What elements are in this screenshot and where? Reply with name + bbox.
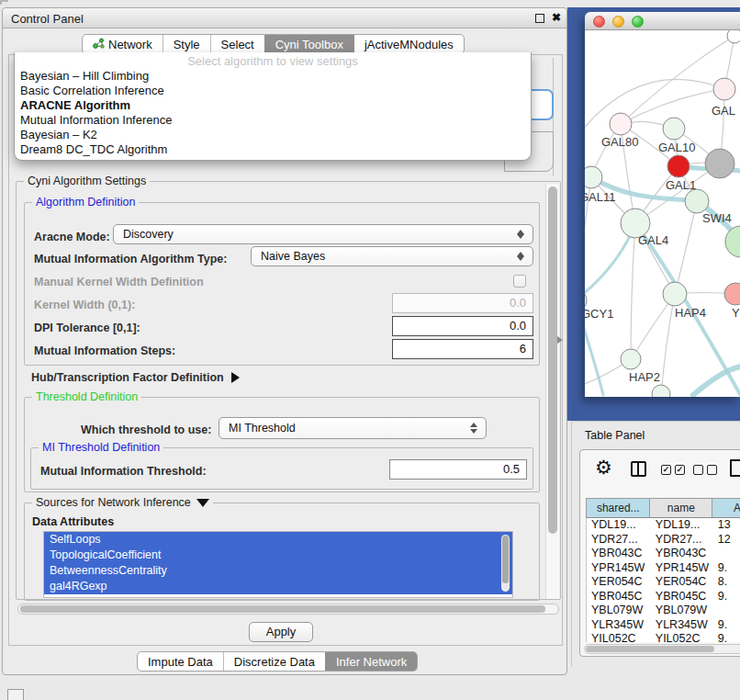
collapse-down-icon[interactable]: [196, 499, 209, 507]
mi-threshold-field[interactable]: 0.5: [389, 459, 527, 480]
stepper-down-icon[interactable]: [517, 234, 524, 239]
algorithm-option-bayesian-k2[interactable]: Bayesian – K2: [18, 128, 527, 142]
tab-infer-network[interactable]: Infer Network: [325, 652, 417, 671]
settings-hscrollbar-thumb[interactable]: [20, 605, 545, 613]
table-cell: [713, 604, 740, 618]
manual-kernel-label: Manual Kernel Width Definition: [34, 276, 204, 288]
checked-checkbox-icon[interactable]: ✓: [661, 465, 671, 475]
control-panel-tabs: NetworkStyleSelectCyni ToolboxjActiveMNo…: [82, 34, 465, 54]
window-corner-mark: [0, 0, 8, 5]
tab-network[interactable]: Network: [83, 35, 163, 53]
network-node-y[interactable]: [724, 283, 740, 305]
table-row[interactable]: YBL079WYBL079W: [587, 604, 740, 618]
stepper-icon[interactable]: [469, 418, 478, 438]
network-node-gal10[interactable]: [663, 118, 685, 140]
table-cell: YLR345W: [651, 618, 713, 633]
table-row[interactable]: YBR043CYBR043C: [587, 547, 740, 561]
column-header-name[interactable]: name: [650, 499, 712, 517]
which-threshold-combobox[interactable]: MI Threshold: [219, 417, 487, 439]
close-traffic-light[interactable]: [593, 16, 605, 28]
stepper-icon[interactable]: [516, 225, 525, 243]
network-node-gal1[interactable]: [667, 155, 690, 177]
attribute-item-topologicalcoefficient[interactable]: TopologicalCoefficient: [44, 548, 512, 563]
zoom-traffic-light[interactable]: [632, 16, 644, 28]
tab-label: Network: [108, 38, 152, 51]
list-scrollbar-thumb[interactable]: [502, 536, 509, 583]
table-cell: YER054C: [651, 575, 713, 590]
tab-style[interactable]: Style: [163, 35, 210, 53]
table-row[interactable]: YDL19...YDL19...13: [587, 518, 740, 533]
tab-select[interactable]: Select: [210, 35, 264, 53]
list-scrollbar[interactable]: [501, 535, 510, 592]
settings-scrollbar-thumb[interactable]: [548, 186, 557, 534]
table-cell: YIL052C: [587, 632, 651, 642]
network-canvas[interactable]: GALGAL80GAL10GAL1GAL11SWI4GAL4HAP4YGCY1H…: [585, 30, 740, 397]
split-columns-icon[interactable]: [631, 461, 646, 477]
network-node[interactable]: [727, 30, 740, 43]
unchecked-checkbox-icon[interactable]: [707, 465, 717, 475]
tab-impute-data[interactable]: Impute Data: [138, 652, 223, 671]
dpi-tolerance-field[interactable]: 0.0: [392, 316, 533, 336]
algorithm-option-basic-correlation-inference[interactable]: Basic Correlation Inference: [18, 84, 527, 98]
network-node-hap4[interactable]: [663, 282, 687, 306]
network-node-hap2[interactable]: [621, 349, 641, 369]
table-cell: YLR345W: [587, 618, 651, 633]
mi-steps-field[interactable]: 6: [392, 339, 533, 359]
table-row[interactable]: YBR045CYBR045C9.: [587, 590, 740, 604]
stepper-down-icon[interactable]: [517, 256, 524, 261]
mi-algorithm-type-combobox[interactable]: Naive Bayes: [251, 246, 533, 266]
document-icon[interactable]: [730, 459, 740, 477]
attribute-item-selfloops[interactable]: SelfLoops: [44, 532, 512, 548]
settings-hscrollbar[interactable]: [17, 604, 559, 615]
algorithm-option-dream8-dc-tdc-algorithm[interactable]: Dream8 DC_TDC Algorithm: [18, 142, 527, 157]
algorithm-option-bayesian-hill-climbing[interactable]: Bayesian – Hill Climbing: [18, 69, 527, 84]
tab-discretize-data[interactable]: Discretize Data: [223, 652, 325, 671]
table-row[interactable]: YPR145WYPR145W9.: [587, 561, 740, 576]
table-cell: YER054C: [587, 575, 651, 590]
minimize-traffic-light[interactable]: [612, 16, 624, 28]
network-node-gal80[interactable]: [610, 113, 632, 135]
gear-icon[interactable]: ⚙: [595, 457, 612, 479]
screen: Control Panel ✖ NetworkStyleSelectCyni T…: [0, 0, 740, 700]
kernel-width-field[interactable]: 0.0: [392, 293, 533, 313]
network-node-gal11[interactable]: [585, 166, 602, 188]
expand-right-icon[interactable]: [231, 372, 240, 383]
table-row[interactable]: YIL052CYIL052C9.: [587, 632, 740, 642]
data-attributes-list[interactable]: SelfLoopsTopologicalCoefficientBetweenne…: [43, 531, 513, 598]
algorithm-option-aracne-algorithm[interactable]: ARACNE Algorithm: [18, 98, 527, 113]
stepper-up-icon[interactable]: [470, 423, 477, 427]
network-node-swi4[interactable]: [685, 189, 709, 213]
table-hscrollbar-thumb[interactable]: [586, 646, 714, 652]
attribute-item-betweennesscentrality[interactable]: BetweennessCentrality: [44, 563, 512, 579]
splitter-collapse-icon[interactable]: [557, 336, 563, 344]
aracne-mode-combobox[interactable]: Discovery: [113, 224, 533, 244]
network-node-label: GAL80: [601, 135, 638, 149]
network-node[interactable]: [725, 226, 740, 257]
float-window-icon[interactable]: [535, 14, 544, 23]
table-row[interactable]: YDR27...YDR27...12: [587, 533, 740, 548]
network-node[interactable]: [705, 149, 734, 178]
unchecked-checkbox-icon[interactable]: [693, 465, 703, 475]
stepper-icon[interactable]: [516, 247, 525, 265]
network-node-gal[interactable]: [713, 78, 735, 100]
checked-checkbox-icon[interactable]: ✓: [675, 465, 685, 475]
table-cell: YBL079W: [587, 604, 651, 618]
table-row[interactable]: YLR345WYLR345W9.: [587, 618, 740, 633]
manual-kernel-checkbox[interactable]: [513, 275, 526, 288]
attribute-item-gal4rgexp[interactable]: gal4RGexp: [44, 579, 512, 594]
stepper-down-icon[interactable]: [470, 429, 477, 434]
algorithm-option-mutual-information-inference[interactable]: Mutual Information Inference: [18, 113, 527, 128]
network-icon: [93, 38, 105, 51]
apply-button[interactable]: Apply: [249, 622, 313, 642]
column-header-a[interactable]: A: [712, 499, 740, 517]
algorithm-placeholder: Select algorithm to view settings: [15, 54, 531, 68]
table-row[interactable]: YER054CYER054C8.: [587, 575, 740, 590]
tab-cyni-toolbox[interactable]: Cyni Toolbox: [264, 35, 353, 53]
settings-scrollbar[interactable]: [545, 184, 559, 599]
tab-jactivemnodules[interactable]: jActiveMNodules: [353, 35, 464, 53]
table-hscrollbar[interactable]: [584, 644, 740, 654]
column-header-shared[interactable]: shared...: [587, 499, 650, 517]
hub-definition-expander[interactable]: Hub/Transcription Factor Definition: [31, 371, 240, 384]
network-node[interactable]: [652, 385, 670, 397]
close-icon[interactable]: ✖: [552, 11, 561, 24]
